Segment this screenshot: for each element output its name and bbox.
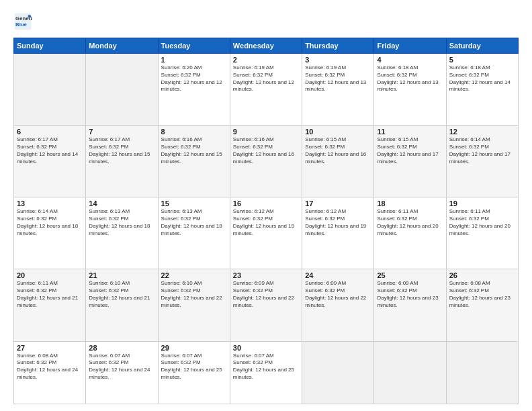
calendar-cell: 8Sunrise: 6:16 AMSunset: 6:32 PMDaylight… bbox=[158, 126, 230, 197]
day-number: 2 bbox=[233, 56, 299, 64]
day-number: 13 bbox=[17, 199, 83, 208]
day-number: 10 bbox=[305, 128, 371, 136]
day-number: 26 bbox=[449, 271, 515, 279]
svg-text:Blue: Blue bbox=[15, 21, 28, 28]
weekday-header-row: SundayMondayTuesdayWednesdayThursdayFrid… bbox=[14, 38, 519, 54]
calendar-cell: 19Sunrise: 6:11 AMSunset: 6:32 PMDayligh… bbox=[446, 197, 518, 269]
weekday-header-thursday: Thursday bbox=[302, 38, 374, 54]
weekday-header-tuesday: Tuesday bbox=[158, 38, 230, 54]
calendar-cell: 6Sunrise: 6:17 AMSunset: 6:32 PMDaylight… bbox=[14, 126, 86, 197]
day-number: 21 bbox=[89, 271, 154, 279]
cell-info: Sunrise: 6:08 AMSunset: 6:32 PMDaylight:… bbox=[17, 353, 83, 381]
calendar-cell: 3Sunrise: 6:19 AMSunset: 6:32 PMDaylight… bbox=[302, 54, 374, 126]
calendar-cell: 12Sunrise: 6:14 AMSunset: 6:32 PMDayligh… bbox=[446, 126, 518, 197]
day-number: 22 bbox=[161, 271, 227, 279]
day-number: 18 bbox=[377, 199, 443, 208]
calendar-cell bbox=[14, 54, 86, 126]
day-number: 5 bbox=[449, 56, 515, 64]
calendar-cell: 18Sunrise: 6:11 AMSunset: 6:32 PMDayligh… bbox=[374, 197, 446, 269]
cell-info: Sunrise: 6:09 AMSunset: 6:32 PMDaylight:… bbox=[305, 280, 371, 309]
calendar-cell: 16Sunrise: 6:12 AMSunset: 6:32 PMDayligh… bbox=[230, 197, 302, 269]
calendar-cell: 29Sunrise: 6:07 AMSunset: 6:32 PMDayligh… bbox=[158, 341, 230, 404]
cell-info: Sunrise: 6:08 AMSunset: 6:32 PMDaylight:… bbox=[449, 280, 515, 309]
day-number: 30 bbox=[233, 344, 299, 352]
cell-info: Sunrise: 6:11 AMSunset: 6:32 PMDaylight:… bbox=[377, 208, 443, 237]
day-number: 17 bbox=[305, 199, 371, 208]
day-number: 8 bbox=[161, 128, 227, 136]
calendar-cell bbox=[86, 54, 158, 126]
calendar-week-3: 13Sunrise: 6:14 AMSunset: 6:32 PMDayligh… bbox=[14, 197, 519, 269]
cell-info: Sunrise: 6:09 AMSunset: 6:32 PMDaylight:… bbox=[377, 280, 443, 309]
calendar-week-1: 1Sunrise: 6:20 AMSunset: 6:32 PMDaylight… bbox=[14, 54, 519, 126]
header: General Blue bbox=[13, 12, 519, 31]
calendar-cell: 15Sunrise: 6:13 AMSunset: 6:32 PMDayligh… bbox=[158, 197, 230, 269]
weekday-header-monday: Monday bbox=[86, 38, 158, 54]
cell-info: Sunrise: 6:18 AMSunset: 6:32 PMDaylight:… bbox=[377, 64, 443, 93]
calendar-week-5: 27Sunrise: 6:08 AMSunset: 6:32 PMDayligh… bbox=[14, 341, 519, 404]
calendar-cell: 30Sunrise: 6:07 AMSunset: 6:32 PMDayligh… bbox=[230, 341, 302, 404]
cell-info: Sunrise: 6:17 AMSunset: 6:32 PMDaylight:… bbox=[17, 136, 83, 165]
day-number: 14 bbox=[89, 199, 154, 208]
calendar-cell: 28Sunrise: 6:07 AMSunset: 6:32 PMDayligh… bbox=[86, 341, 158, 404]
calendar-cell: 27Sunrise: 6:08 AMSunset: 6:32 PMDayligh… bbox=[14, 341, 86, 404]
weekday-header-saturday: Saturday bbox=[446, 38, 518, 54]
cell-info: Sunrise: 6:15 AMSunset: 6:32 PMDaylight:… bbox=[305, 136, 371, 165]
day-number: 28 bbox=[89, 344, 154, 352]
day-number: 6 bbox=[17, 128, 83, 136]
day-number: 11 bbox=[377, 128, 443, 136]
cell-info: Sunrise: 6:07 AMSunset: 6:32 PMDaylight:… bbox=[161, 353, 227, 381]
calendar-cell: 14Sunrise: 6:13 AMSunset: 6:32 PMDayligh… bbox=[86, 197, 158, 269]
cell-info: Sunrise: 6:19 AMSunset: 6:32 PMDaylight:… bbox=[305, 64, 371, 93]
calendar-cell: 26Sunrise: 6:08 AMSunset: 6:32 PMDayligh… bbox=[446, 269, 518, 341]
cell-info: Sunrise: 6:17 AMSunset: 6:32 PMDaylight:… bbox=[89, 136, 154, 165]
cell-info: Sunrise: 6:10 AMSunset: 6:32 PMDaylight:… bbox=[89, 280, 154, 309]
calendar-cell: 25Sunrise: 6:09 AMSunset: 6:32 PMDayligh… bbox=[374, 269, 446, 341]
cell-info: Sunrise: 6:07 AMSunset: 6:32 PMDaylight:… bbox=[89, 353, 154, 381]
day-number: 4 bbox=[377, 56, 443, 64]
cell-info: Sunrise: 6:16 AMSunset: 6:32 PMDaylight:… bbox=[161, 136, 227, 165]
calendar-cell: 7Sunrise: 6:17 AMSunset: 6:32 PMDaylight… bbox=[86, 126, 158, 197]
calendar-cell bbox=[446, 341, 518, 404]
calendar-cell: 22Sunrise: 6:10 AMSunset: 6:32 PMDayligh… bbox=[158, 269, 230, 341]
cell-info: Sunrise: 6:11 AMSunset: 6:32 PMDaylight:… bbox=[17, 280, 83, 309]
calendar-table: SundayMondayTuesdayWednesdayThursdayFrid… bbox=[13, 38, 519, 404]
day-number: 1 bbox=[161, 56, 227, 64]
cell-info: Sunrise: 6:10 AMSunset: 6:32 PMDaylight:… bbox=[161, 280, 227, 309]
cell-info: Sunrise: 6:13 AMSunset: 6:32 PMDaylight:… bbox=[89, 208, 154, 237]
calendar-cell: 10Sunrise: 6:15 AMSunset: 6:32 PMDayligh… bbox=[302, 126, 374, 197]
cell-info: Sunrise: 6:16 AMSunset: 6:32 PMDaylight:… bbox=[233, 136, 299, 165]
day-number: 20 bbox=[17, 271, 83, 279]
day-number: 23 bbox=[233, 271, 299, 279]
day-number: 12 bbox=[449, 128, 515, 136]
day-number: 25 bbox=[377, 271, 443, 279]
day-number: 27 bbox=[17, 344, 83, 352]
calendar-cell: 5Sunrise: 6:18 AMSunset: 6:32 PMDaylight… bbox=[446, 54, 518, 126]
day-number: 19 bbox=[449, 199, 515, 208]
cell-info: Sunrise: 6:12 AMSunset: 6:32 PMDaylight:… bbox=[305, 208, 371, 237]
calendar-cell bbox=[374, 341, 446, 404]
day-number: 29 bbox=[161, 344, 227, 352]
cell-info: Sunrise: 6:19 AMSunset: 6:32 PMDaylight:… bbox=[233, 64, 299, 93]
cell-info: Sunrise: 6:09 AMSunset: 6:32 PMDaylight:… bbox=[233, 280, 299, 309]
cell-info: Sunrise: 6:14 AMSunset: 6:32 PMDaylight:… bbox=[449, 136, 515, 165]
calendar-cell: 4Sunrise: 6:18 AMSunset: 6:32 PMDaylight… bbox=[374, 54, 446, 126]
day-number: 3 bbox=[305, 56, 371, 64]
weekday-header-sunday: Sunday bbox=[14, 38, 86, 54]
cell-info: Sunrise: 6:12 AMSunset: 6:32 PMDaylight:… bbox=[233, 208, 299, 237]
day-number: 9 bbox=[233, 128, 299, 136]
calendar-cell: 23Sunrise: 6:09 AMSunset: 6:32 PMDayligh… bbox=[230, 269, 302, 341]
calendar-week-4: 20Sunrise: 6:11 AMSunset: 6:32 PMDayligh… bbox=[14, 269, 519, 341]
calendar-cell: 24Sunrise: 6:09 AMSunset: 6:32 PMDayligh… bbox=[302, 269, 374, 341]
cell-info: Sunrise: 6:11 AMSunset: 6:32 PMDaylight:… bbox=[449, 208, 515, 237]
cell-info: Sunrise: 6:20 AMSunset: 6:32 PMDaylight:… bbox=[161, 64, 227, 93]
logo: General Blue bbox=[13, 12, 35, 31]
calendar-cell: 9Sunrise: 6:16 AMSunset: 6:32 PMDaylight… bbox=[230, 126, 302, 197]
calendar-cell: 11Sunrise: 6:15 AMSunset: 6:32 PMDayligh… bbox=[374, 126, 446, 197]
cell-info: Sunrise: 6:18 AMSunset: 6:32 PMDaylight:… bbox=[449, 64, 515, 93]
calendar-cell bbox=[302, 341, 374, 404]
page: General Blue SundayMondayTuesdayWednesda… bbox=[0, 0, 532, 411]
weekday-header-friday: Friday bbox=[374, 38, 446, 54]
calendar-week-2: 6Sunrise: 6:17 AMSunset: 6:32 PMDaylight… bbox=[14, 126, 519, 197]
calendar-cell: 1Sunrise: 6:20 AMSunset: 6:32 PMDaylight… bbox=[158, 54, 230, 126]
calendar-cell: 2Sunrise: 6:19 AMSunset: 6:32 PMDaylight… bbox=[230, 54, 302, 126]
